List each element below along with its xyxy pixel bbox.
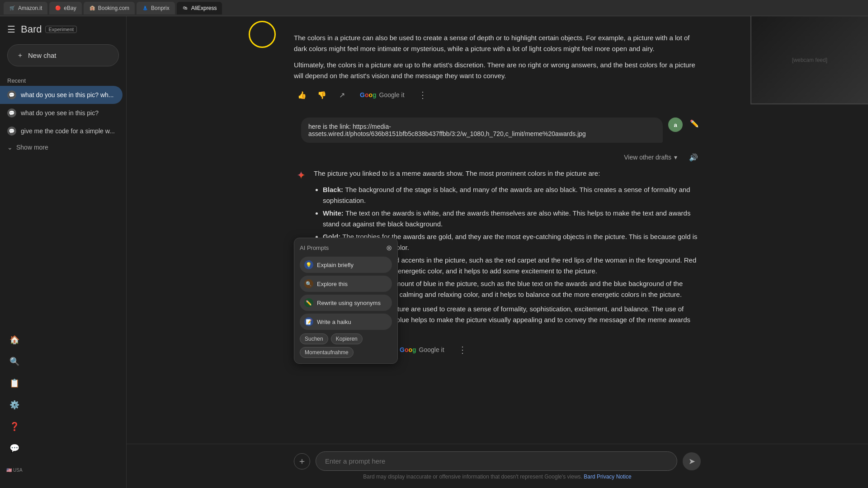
tag-kopieren[interactable]: Kopieren bbox=[331, 333, 363, 344]
google-it-button-2[interactable]: Goog Google it bbox=[393, 343, 451, 356]
edit-message-icon[interactable]: ✏️ bbox=[688, 117, 701, 130]
feedback-icon[interactable]: 💬 bbox=[4, 437, 25, 459]
send-button[interactable]: ➤ bbox=[683, 452, 701, 470]
sidebar-item-1-text: what do you see in this pic? wh... bbox=[21, 91, 115, 99]
response-header: View other drafts ▾ 🔊 bbox=[294, 150, 701, 164]
bard-logo: Bard Experiment bbox=[21, 23, 77, 35]
show-more-button[interactable]: ⌄ Show more bbox=[0, 140, 126, 155]
tag-momentaufnahme[interactable]: Momentaufnahme bbox=[300, 347, 354, 358]
chat-input[interactable] bbox=[316, 451, 677, 471]
haiku-icon: 📝 bbox=[304, 317, 313, 326]
sidebar-item-2[interactable]: 💬 what do yoe see in this pic? bbox=[0, 104, 123, 122]
bullet-black: Black: The background of the stage is bl… bbox=[323, 184, 701, 206]
sidebar: ☰ Bard Experiment ＋ New chat Recent 💬 wh… bbox=[0, 16, 127, 488]
user-message-container: here is the link: https://media-assets.w… bbox=[294, 117, 701, 143]
plus-icon: ＋ bbox=[17, 51, 24, 60]
tab-booking[interactable]: 🏨 Booking.com bbox=[84, 2, 135, 14]
explain-briefly-label: Explain briefly bbox=[317, 262, 354, 268]
activities-icon[interactable]: 📋 bbox=[4, 372, 25, 394]
initial-response-text2: Ultimately, the colors in a picture are … bbox=[294, 60, 701, 81]
explore-this-label: Explore this bbox=[317, 281, 348, 287]
ai-prompts-close-icon[interactable]: ⊗ bbox=[386, 244, 392, 252]
footer-privacy-link[interactable]: Bard Privacy Notice bbox=[584, 474, 631, 480]
experiment-badge: Experiment bbox=[45, 26, 77, 33]
booking-favicon: 🏨 bbox=[89, 5, 95, 11]
more-options-1[interactable]: ⋮ bbox=[415, 88, 431, 102]
ai-prompts-header: AI Prompts ⊗ bbox=[300, 244, 392, 252]
tag-suchen[interactable]: Suchen bbox=[300, 333, 328, 344]
tab-bonprix[interactable]: 👗 Bonprix bbox=[137, 2, 175, 14]
bullet-black-text: The background of the stage is black, an… bbox=[323, 186, 690, 204]
speaker-button[interactable]: 🔊 bbox=[686, 150, 701, 164]
initial-response-block: The colors in a picture can also be used… bbox=[294, 25, 701, 110]
home-icon[interactable]: 🏠 bbox=[4, 329, 25, 351]
chevron-down-icon: ⌄ bbox=[7, 144, 13, 151]
view-drafts-label: View other drafts bbox=[624, 154, 671, 161]
location-icon[interactable]: 🇺🇸 USA bbox=[4, 459, 25, 481]
write-haiku-label: Write a haiku bbox=[317, 319, 351, 325]
question-icon[interactable]: ❓ bbox=[4, 416, 25, 437]
user-avatar: a bbox=[668, 117, 683, 132]
google-it-label-2: Google it bbox=[419, 346, 444, 353]
explain-icon: 💡 bbox=[304, 260, 313, 269]
aliexpress-favicon: 🛍 bbox=[182, 5, 189, 11]
bottom-spacer bbox=[145, 365, 850, 419]
share-button-1[interactable]: ↗ bbox=[334, 87, 350, 103]
tab-ebay-label: eBay bbox=[64, 5, 76, 11]
input-container: ＋ ➤ bbox=[294, 451, 701, 471]
content-area: [webcam feed] The colors in a picture ca… bbox=[127, 16, 868, 488]
user-message-block: here is the link: https://media-assets.w… bbox=[294, 117, 701, 143]
rewrite-icon: ✏️ bbox=[304, 298, 313, 307]
tab-aliexpress[interactable]: 🛍 AliExpress bbox=[177, 2, 222, 14]
thumbs-down-button-1[interactable]: 👎 bbox=[314, 87, 330, 103]
tab-amazon[interactable]: 🛒 Amazon.it bbox=[4, 2, 47, 14]
sidebar-bottom-nav: 🏠 🔍 📋 ⚙️ ❓ 💬 🇺🇸 USA bbox=[0, 325, 126, 484]
input-area: ＋ ➤ Bard may display inaccurate or offen… bbox=[127, 444, 868, 488]
bullet-white-text: The text on the awards is white, and the… bbox=[323, 209, 690, 228]
bard-title: Bard bbox=[21, 23, 42, 35]
rewrite-synonyms-label: Rewrite using synonyms bbox=[317, 300, 381, 306]
sidebar-item-3-text: give me the code for a simple w... bbox=[21, 127, 115, 135]
view-other-drafts-button[interactable]: View other drafts ▾ bbox=[618, 151, 683, 164]
more-options-2[interactable]: ⋮ bbox=[454, 343, 471, 357]
sidebar-header: ☰ Bard Experiment bbox=[0, 20, 126, 42]
google-g-icon-2: Goog bbox=[400, 346, 416, 353]
write-haiku-button[interactable]: 📝 Write a haiku bbox=[300, 314, 392, 330]
webcam-overlay: [webcam feed] bbox=[750, 16, 868, 104]
footer-note: Bard may display inaccurate or offensive… bbox=[294, 471, 701, 483]
google-it-button-1[interactable]: Goog Google it bbox=[354, 89, 411, 101]
initial-response: The colors in a picture can also be used… bbox=[294, 25, 701, 110]
ebay-favicon: 🔴 bbox=[55, 5, 61, 11]
tab-bonprix-label: Bonprix bbox=[151, 5, 170, 11]
chat-icon-1: 💬 bbox=[7, 90, 16, 99]
user-message-text: here is the link: https://media-assets.w… bbox=[301, 117, 663, 143]
ai-prompts-title: AI Prompts bbox=[300, 244, 329, 251]
bullet-white: White: The text on the awards is white, … bbox=[323, 208, 701, 230]
show-more-label: Show more bbox=[16, 144, 48, 151]
ai-prompts-popup: AI Prompts ⊗ 💡 Explain briefly 🔍 Explore… bbox=[294, 238, 398, 364]
bard-star-icon: ✦ bbox=[294, 168, 308, 183]
bard-intro-text: The picture you linked to is a meme awar… bbox=[314, 168, 701, 179]
chevron-down-drafts-icon: ▾ bbox=[674, 154, 677, 161]
bullet-white-label: White: bbox=[323, 209, 345, 217]
tab-ebay[interactable]: 🔴 eBay bbox=[49, 2, 81, 14]
settings-icon[interactable]: ⚙️ bbox=[4, 394, 25, 416]
explore-this-button[interactable]: 🔍 Explore this bbox=[300, 276, 392, 292]
initial-response-text1: The colors in a picture can also be used… bbox=[294, 33, 701, 54]
bullet-black-label: Black: bbox=[323, 186, 345, 193]
bonprix-favicon: 👗 bbox=[142, 5, 148, 11]
sidebar-item-3[interactable]: 💬 give me the code for a simple w... bbox=[0, 122, 123, 140]
explore-icon: 🔍 bbox=[304, 279, 313, 288]
explain-briefly-button[interactable]: 💡 Explain briefly bbox=[300, 257, 392, 273]
sidebar-item-1[interactable]: 💬 what do you see in this pic? wh... bbox=[0, 86, 123, 104]
tab-booking-label: Booking.com bbox=[98, 5, 129, 11]
thumbs-up-button-1[interactable]: 👍 bbox=[294, 87, 310, 103]
new-chat-button[interactable]: ＋ New chat bbox=[7, 44, 119, 66]
add-attachment-button[interactable]: ＋ bbox=[294, 453, 310, 469]
explore-icon[interactable]: 🔍 bbox=[4, 351, 25, 372]
hamburger-icon[interactable]: ☰ bbox=[7, 24, 15, 35]
google-it-label: Google it bbox=[379, 91, 405, 99]
initial-response-actions: 👍 👎 ↗ Goog Google it ⋮ bbox=[294, 87, 701, 103]
chat-icon-3: 💬 bbox=[7, 127, 16, 136]
rewrite-synonyms-button[interactable]: ✏️ Rewrite using synonyms bbox=[300, 295, 392, 311]
